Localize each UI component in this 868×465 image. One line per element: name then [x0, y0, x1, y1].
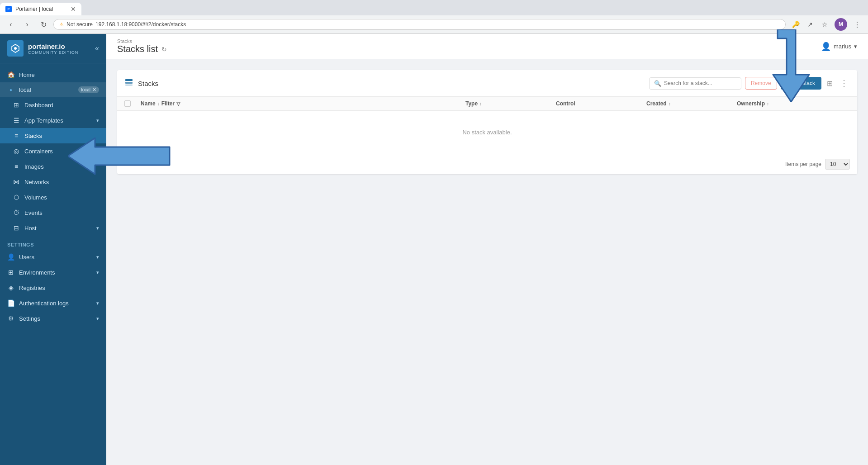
sidebar-item-label: Authentication logs — [19, 300, 69, 307]
items-per-page-label: Items per page — [785, 161, 821, 167]
empty-state: No stack available. — [117, 111, 857, 154]
search-icon: 🔍 — [654, 80, 661, 87]
stacks-icon: ≡ — [13, 132, 20, 139]
env-icon: ● — [7, 87, 14, 92]
empty-message: No stack available. — [462, 129, 512, 136]
panel-title: Stacks — [124, 78, 158, 89]
env-badge-label: local — [81, 87, 90, 92]
sidebar-item-images[interactable]: ≡ Images — [0, 159, 106, 174]
logo-sub: COMMUNITY EDITION — [28, 50, 78, 55]
sidebar-item-auth-logs[interactable]: 📄 Authentication logs ▾ — [0, 295, 106, 311]
app-layout: portainer.io COMMUNITY EDITION « 🏠 Home … — [0, 34, 868, 465]
images-icon: ≡ — [13, 163, 20, 170]
sidebar-item-registries[interactable]: ◈ Registries — [0, 280, 106, 295]
sidebar-item-containers[interactable]: ◎ Containers — [0, 143, 106, 159]
sidebar-navigation: 🏠 Home ● local local ✕ ⊞ Dashboard ☰ Ap — [0, 63, 106, 465]
profile-button[interactable]: M — [835, 18, 847, 31]
tab-close-button[interactable]: ✕ — [71, 5, 76, 13]
sidebar-item-settings[interactable]: ⚙ Settings ▾ — [0, 311, 106, 326]
svg-rect-1 — [125, 79, 133, 81]
col-ownership-label: Ownership — [737, 100, 765, 107]
type-sort-icon: ↕ — [479, 101, 482, 106]
share-button[interactable]: ↗ — [804, 18, 816, 31]
dashboard-icon: ⊞ — [13, 101, 20, 109]
forward-button[interactable]: › — [21, 18, 33, 31]
refresh-button[interactable]: ↻ — [161, 46, 167, 53]
view-toggle-button[interactable]: ⊞ — [825, 77, 835, 90]
star-button[interactable]: ☆ — [818, 18, 831, 31]
col-control-label: Control — [556, 100, 575, 107]
volumes-icon: ⬡ — [13, 194, 20, 201]
browser-tabs: P Portainer | local ✕ — [0, 0, 868, 15]
logo-text: portainer.io COMMUNITY EDITION — [28, 43, 78, 55]
select-all-checkbox[interactable] — [124, 100, 141, 107]
env-badge: local ✕ — [78, 86, 99, 93]
tab-title: Portainer | local — [15, 6, 67, 12]
sidebar-collapse-button[interactable]: « — [95, 44, 99, 52]
user-menu-chevron: ▾ — [854, 43, 857, 50]
sidebar-item-home[interactable]: 🏠 Home — [0, 67, 106, 82]
sidebar-env-label: local — [19, 86, 31, 93]
key-icon-button[interactable]: 🔑 — [789, 18, 802, 31]
app-templates-icon: ☰ — [13, 117, 20, 124]
panel-title-text: Stacks — [138, 80, 158, 87]
registries-icon: ◈ — [7, 284, 14, 291]
sidebar-item-events[interactable]: ⏱ Events — [0, 205, 106, 220]
search-box[interactable]: 🔍 — [649, 77, 741, 90]
reload-button[interactable]: ↻ — [37, 18, 50, 31]
table-header: Name ↓ Filter ▽ Type ↕ Control — [117, 97, 857, 111]
env-close-button[interactable]: ✕ — [92, 87, 96, 93]
sidebar-logo-area: portainer.io COMMUNITY EDITION « — [0, 34, 106, 63]
column-header-ownership[interactable]: Ownership ↕ — [737, 100, 850, 107]
sidebar-item-networks[interactable]: ⋈ Networks — [0, 174, 106, 190]
panel-header: Stacks 🔍 Remove + Add stack ⊞ ⋮ — [117, 70, 857, 97]
browser-chrome: P Portainer | local ✕ ‹ › ↻ ⚠ Not secure… — [0, 0, 868, 34]
page-title-text: Stacks list — [117, 44, 158, 54]
back-button[interactable]: ‹ — [5, 18, 17, 31]
address-text: 192.168.1.18:9000/#!/2/docker/stacks — [95, 21, 186, 28]
sidebar-item-local-env[interactable]: ● local local ✕ — [0, 82, 106, 97]
filter-button[interactable]: Filter ▽ — [161, 100, 180, 107]
browser-tab-active[interactable]: P Portainer | local ✕ — [0, 3, 81, 15]
remove-button[interactable]: Remove — [745, 77, 777, 90]
sidebar-item-volumes[interactable]: ⬡ Volumes — [0, 190, 106, 205]
sidebar-item-app-templates[interactable]: ☰ App Templates ▾ — [0, 113, 106, 128]
stacks-panel: Stacks 🔍 Remove + Add stack ⊞ ⋮ — [117, 70, 857, 174]
breadcrumb-text: Stacks — [117, 38, 167, 44]
chevron-icon: ▾ — [96, 118, 99, 123]
sidebar-item-label: Images — [24, 163, 44, 170]
sidebar-item-environments[interactable]: ⊞ Environments ▾ — [0, 265, 106, 280]
sidebar-item-label: Host — [24, 225, 37, 232]
events-icon: ⏱ — [13, 209, 20, 216]
add-stack-button[interactable]: + Add stack — [781, 77, 821, 90]
column-header-name[interactable]: Name ↓ Filter ▽ — [141, 100, 465, 107]
sidebar-item-label: App Templates — [24, 117, 63, 124]
sidebar-item-dashboard[interactable]: ⊞ Dashboard — [0, 97, 106, 113]
svg-rect-3 — [125, 85, 133, 85]
environments-icon: ⊞ — [7, 269, 14, 276]
user-menu[interactable]: 👤 marius ▾ — [821, 42, 857, 52]
user-name: marius — [834, 43, 851, 50]
column-header-type[interactable]: Type ↕ — [465, 100, 556, 107]
panel-actions: 🔍 Remove + Add stack ⊞ ⋮ — [649, 76, 850, 90]
browser-toolbar: ‹ › ↻ ⚠ Not secure 192.168.1.18:9000/#!/… — [0, 15, 868, 34]
sidebar-item-host[interactable]: ⊟ Host ▾ — [0, 220, 106, 236]
lock-icon: ⚠ — [59, 22, 64, 28]
tab-favicon: P — [5, 6, 12, 12]
address-bar[interactable]: ⚠ Not secure 192.168.1.18:9000/#!/2/dock… — [53, 19, 786, 30]
created-sort-icon: ↕ — [669, 101, 671, 106]
sidebar-item-label: Stacks — [24, 133, 42, 139]
sidebar-item-label: Settings — [19, 315, 40, 322]
settings-chevron-icon: ▾ — [96, 316, 99, 322]
host-icon: ⊟ — [13, 224, 20, 232]
more-options-button[interactable]: ⋮ — [851, 18, 863, 31]
sidebar-item-stacks[interactable]: ≡ Stacks — [0, 128, 106, 143]
svg-rect-2 — [125, 82, 133, 84]
more-options-button[interactable]: ⋮ — [838, 76, 850, 90]
col-type-label: Type — [465, 100, 478, 107]
items-per-page-select[interactable]: 10 25 50 100 — [825, 159, 850, 170]
search-input[interactable] — [664, 80, 736, 86]
sidebar-item-users[interactable]: 👤 Users ▾ — [0, 249, 106, 265]
header-checkbox[interactable] — [124, 100, 131, 107]
column-header-created[interactable]: Created ↕ — [646, 100, 737, 107]
